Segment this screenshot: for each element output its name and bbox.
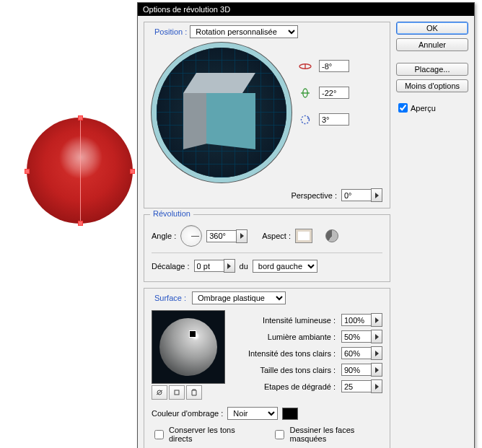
preserve-spot-row[interactable]: Conserver les tons directs — [152, 426, 250, 443]
surface-legend: Surface : — [152, 294, 189, 302]
offset-input[interactable] — [194, 260, 224, 272]
ambient-label: Lumière ambiante : — [232, 333, 337, 341]
light-intensity-stepper[interactable] — [371, 313, 382, 327]
position-group: Position : Rotation personnalisée — [144, 22, 390, 208]
fewer-options-button[interactable]: Moins d'options — [396, 79, 468, 92]
blend-steps-input[interactable] — [341, 380, 372, 392]
draw-hidden-row[interactable]: Dessiner les faces masquées — [272, 426, 382, 443]
highlight-size-input[interactable] — [341, 364, 372, 376]
blend-steps-label: Etapes de dégradé : — [232, 382, 337, 391]
cube-icon — [183, 73, 255, 145]
revolve-legend: Révolution — [150, 209, 193, 218]
rotate-z-icon — [299, 115, 312, 125]
cap-label: Aspect : — [262, 232, 291, 240]
map-art-button[interactable]: Placage... — [396, 63, 468, 76]
light-handle[interactable] — [190, 331, 196, 337]
anchor-point[interactable] — [78, 221, 83, 226]
trackball-preview[interactable] — [152, 43, 292, 183]
ambient-input[interactable] — [341, 330, 372, 343]
svg-point-2 — [302, 115, 310, 123]
anchor-point[interactable] — [25, 169, 30, 174]
svg-rect-4 — [175, 390, 179, 395]
rotate-y-input[interactable] — [319, 87, 349, 99]
draw-hidden-checkbox[interactable] — [275, 430, 284, 439]
separator — [152, 252, 382, 253]
artwork-sphere-preview — [27, 118, 133, 224]
highlight-intensity-input[interactable] — [341, 347, 372, 359]
perspective-stepper[interactable] — [371, 188, 382, 202]
cap-on-icon[interactable] — [295, 229, 312, 243]
rotate-x-input[interactable] — [319, 60, 349, 72]
position-legend: Position : — [152, 27, 190, 36]
highlight-intensity-label: Intensité des tons clairs : — [232, 349, 337, 358]
shading-select[interactable]: Ombrage plastique — [192, 291, 286, 304]
surface-group: Surface : Ombrage plastique — [144, 288, 390, 448]
preserve-spot-label: Conserver les tons directs — [169, 426, 250, 443]
position-preset-select[interactable]: Rotation personnalisée — [190, 25, 298, 38]
offset-stepper[interactable] — [224, 259, 235, 273]
anchor-point[interactable] — [130, 169, 135, 174]
angle-dial[interactable] — [180, 225, 202, 247]
shade-color-label: Couleur d'ombrage : — [152, 409, 223, 418]
rotate-y-icon — [299, 88, 312, 98]
preview-checkbox[interactable] — [398, 103, 408, 113]
perspective-input[interactable] — [341, 189, 372, 201]
revolve-options-dialog: Options de révolution 3D Position : Rota… — [137, 2, 475, 448]
perspective-label: Perspective : — [291, 191, 337, 200]
angle-label: Angle : — [152, 232, 176, 240]
light-delete-button[interactable] — [186, 385, 202, 400]
ok-button[interactable]: OK — [396, 22, 468, 35]
light-back-button[interactable] — [152, 385, 167, 400]
light-new-button[interactable] — [169, 385, 185, 400]
highlight-size-label: Taille des tons clairs : — [232, 366, 337, 374]
cap-off-icon[interactable] — [325, 229, 338, 242]
offset-label: Décalage : — [152, 262, 190, 271]
shade-color-select[interactable]: Noir — [227, 407, 278, 420]
rotate-z-input[interactable] — [319, 113, 349, 126]
angle-stepper[interactable] — [236, 229, 247, 243]
blend-steps-stepper[interactable] — [371, 379, 382, 393]
edge-select[interactable]: bord gauche — [253, 260, 317, 273]
angle-input[interactable] — [206, 230, 237, 242]
highlight-size-stepper[interactable] — [371, 363, 382, 377]
preview-label: Aperçu — [411, 104, 436, 113]
ambient-stepper[interactable] — [371, 330, 382, 343]
from-label: du — [240, 262, 248, 271]
light-preview[interactable] — [152, 310, 225, 384]
anchor-point[interactable] — [78, 115, 83, 120]
rotate-x-icon — [299, 61, 312, 71]
highlight-intensity-stepper[interactable] — [371, 346, 382, 360]
dialog-title: Options de révolution 3D — [143, 5, 230, 14]
light-intensity-input[interactable] — [341, 314, 372, 326]
light-intensity-label: Intensité lumineuse : — [232, 316, 337, 325]
revolve-group: Révolution Angle : Aspect : Déc — [144, 214, 390, 282]
draw-hidden-label: Dessiner les faces masquées — [289, 426, 382, 443]
dialog-titlebar[interactable]: Options de révolution 3D — [138, 3, 474, 16]
cancel-button[interactable]: Annuler — [396, 38, 468, 51]
preserve-spot-checkbox[interactable] — [154, 430, 164, 439]
shade-color-swatch[interactable] — [282, 408, 298, 420]
